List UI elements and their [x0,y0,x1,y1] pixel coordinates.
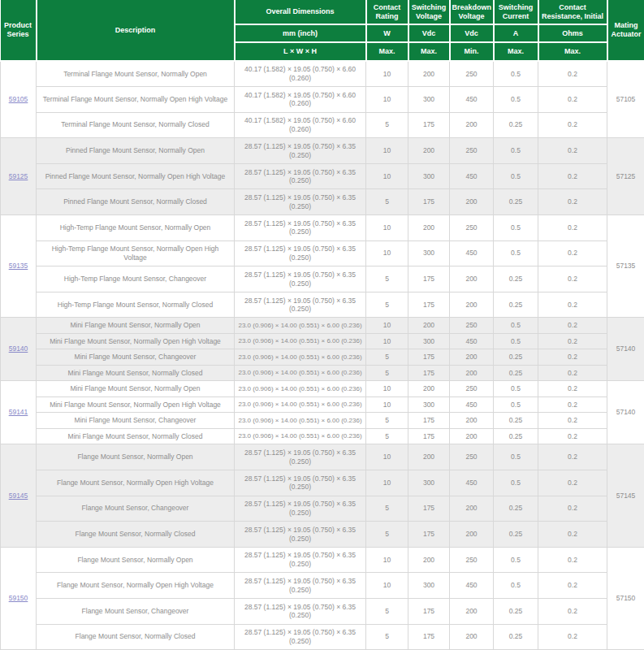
contact-rating-cell: 10 [366,547,408,573]
breakdown-voltage-cell: 250 [450,444,494,470]
product-series-cell: 59125 [1,138,37,215]
switching-voltage-cell: 300 [408,240,450,266]
mating-actuator-cell: 57125 [607,138,644,215]
header-qualifier-breakdown-voltage: Min. [450,42,494,61]
breakdown-voltage-cell: 450 [450,240,494,266]
switching-current-cell: 0.25 [494,522,538,548]
breakdown-voltage-cell: 450 [450,163,494,189]
dimensions-cell: 40.17 (1.582) × 19.05 (0.750) × 6.60 (0.… [235,112,366,138]
switching-voltage-cell: 300 [408,396,450,413]
description-cell: High-Temp Flange Mount Sensor, Normally … [37,215,235,241]
description-cell: Pinned Flange Mount Sensor, Normally Ope… [37,138,235,164]
contact-resistance-cell: 0.2 [538,61,607,87]
product-spec-table: Product Series Description Overall Dimen… [0,0,644,650]
description-cell: Mini Flange Mount Sensor, Normally Open [37,381,235,397]
description-cell: High-Temp Flange Mount Sensor, Normally … [37,240,235,266]
product-series-cell: 59135 [1,215,37,318]
contact-resistance-cell: 0.2 [538,163,607,189]
dimensions-cell: 28.57 (1.125) × 19.05 (0.750) × 6.35 (0.… [235,624,366,650]
switching-current-cell: 0.5 [494,240,538,266]
breakdown-voltage-cell: 200 [450,292,494,318]
table-row: Flange Mount Sensor, Normally Open High … [1,470,644,496]
product-series-link[interactable]: 59145 [9,492,28,500]
header-contact-resistance: Contact Resistance, Initial [538,0,607,24]
description-cell: Terminal Flange Mount Sensor, Normally O… [37,87,235,113]
switching-voltage-cell: 175 [408,496,450,522]
product-series-link[interactable]: 59135 [9,262,28,270]
switching-voltage-cell: 200 [408,547,450,573]
product-series-cell: 59150 [1,547,37,649]
switching-current-cell: 0.5 [494,87,538,113]
switching-current-cell: 0.25 [494,292,538,318]
mating-actuator-cell: 57135 [607,215,644,318]
header-units-breakdown-voltage: Vdc [450,24,494,42]
header-qualifier-switching-voltage: Max. [408,42,450,61]
switching-voltage-cell: 300 [408,163,450,189]
product-series-cell: 59140 [1,318,37,381]
switching-voltage-cell: 200 [408,444,450,470]
breakdown-voltage-cell: 200 [450,599,494,625]
switching-voltage-cell: 175 [408,599,450,625]
header-switching-voltage: Switching Voltage [408,0,450,24]
product-series-link[interactable]: 59140 [9,344,28,353]
switching-current-cell: 0.5 [494,138,538,164]
switching-voltage-cell: 175 [408,413,450,429]
table-row: Mini Flange Mount Sensor, Changeover23.0… [1,413,644,429]
table-row: Terminal Flange Mount Sensor, Normally O… [1,87,644,113]
dimensions-cell: 28.57 (1.125) × 19.05 (0.750) × 6.35 (0.… [235,163,366,189]
contact-rating-cell: 5 [366,522,408,548]
switching-voltage-cell: 300 [408,333,450,349]
breakdown-voltage-cell: 200 [450,112,494,138]
dimensions-cell: 23.0 (0.906) × 14.00 (0.551) × 6.00 (0.2… [235,349,366,366]
switching-current-cell: 0.25 [494,349,538,366]
dimensions-cell: 23.0 (0.906) × 14.00 (0.551) × 6.00 (0.2… [235,318,366,334]
contact-resistance-cell: 0.2 [538,292,607,318]
contact-resistance-cell: 0.2 [538,138,607,164]
product-series-link[interactable]: 59105 [9,95,28,103]
breakdown-voltage-cell: 450 [450,333,494,349]
switching-current-cell: 0.5 [494,163,538,189]
product-series-link[interactable]: 59141 [9,408,28,416]
product-series-link[interactable]: 59150 [9,594,28,602]
description-cell: Flange Mount Sensor, Changeover [37,599,235,625]
switching-current-cell: 0.25 [494,365,538,381]
contact-resistance-cell: 0.2 [538,240,607,266]
contact-rating-cell: 5 [366,599,408,625]
header-units-contact-resistance: Ohms [538,24,607,42]
breakdown-voltage-cell: 450 [450,87,494,113]
switching-current-cell: 0.5 [494,547,538,573]
switching-current-cell: 0.25 [494,624,538,650]
table-row: Terminal Flange Mount Sensor, Normally C… [1,112,644,138]
switching-current-cell: 0.5 [494,61,538,87]
contact-rating-cell: 10 [366,573,408,599]
description-cell: Flange Mount Sensor, Normally Open [37,444,235,470]
contact-resistance-cell: 0.2 [538,215,607,241]
switching-voltage-cell: 175 [408,349,450,366]
table-row: Flange Mount Sensor, Normally Closed28.5… [1,522,644,548]
contact-resistance-cell: 0.2 [538,333,607,349]
contact-resistance-cell: 0.2 [538,396,607,413]
dimensions-cell: 28.57 (1.125) × 19.05 (0.750) × 6.35 (0.… [235,240,366,266]
table-row: High-Temp Flange Mount Sensor, Normally … [1,240,644,266]
header-product-series: Product Series [1,0,37,61]
description-cell: Terminal Flange Mount Sensor, Normally C… [37,112,235,138]
switching-voltage-cell: 200 [408,318,450,334]
dimensions-cell: 40.17 (1.582) × 19.05 (0.750) × 6.60 (0.… [235,61,366,87]
contact-rating-cell: 10 [366,87,408,113]
breakdown-voltage-cell: 250 [450,215,494,241]
table-row: Mini Flange Mount Sensor, Normally Open … [1,333,644,349]
table-header: Product Series Description Overall Dimen… [1,0,644,61]
switching-voltage-cell: 200 [408,138,450,164]
breakdown-voltage-cell: 250 [450,547,494,573]
dimensions-cell: 28.57 (1.125) × 19.05 (0.750) × 6.35 (0.… [235,444,366,470]
description-cell: High-Temp Flange Mount Sensor, Changeove… [37,266,235,292]
contact-rating-cell: 10 [366,163,408,189]
product-series-link[interactable]: 59125 [9,172,28,180]
header-units-switching-current: A [494,24,538,42]
switching-voltage-cell: 200 [408,215,450,241]
table-body: 59105Terminal Flange Mount Sensor, Norma… [1,61,644,650]
contact-resistance-cell: 0.2 [538,428,607,444]
mating-actuator-cell: 57150 [607,547,644,649]
breakdown-voltage-cell: 200 [450,428,494,444]
contact-rating-cell: 5 [366,624,408,650]
